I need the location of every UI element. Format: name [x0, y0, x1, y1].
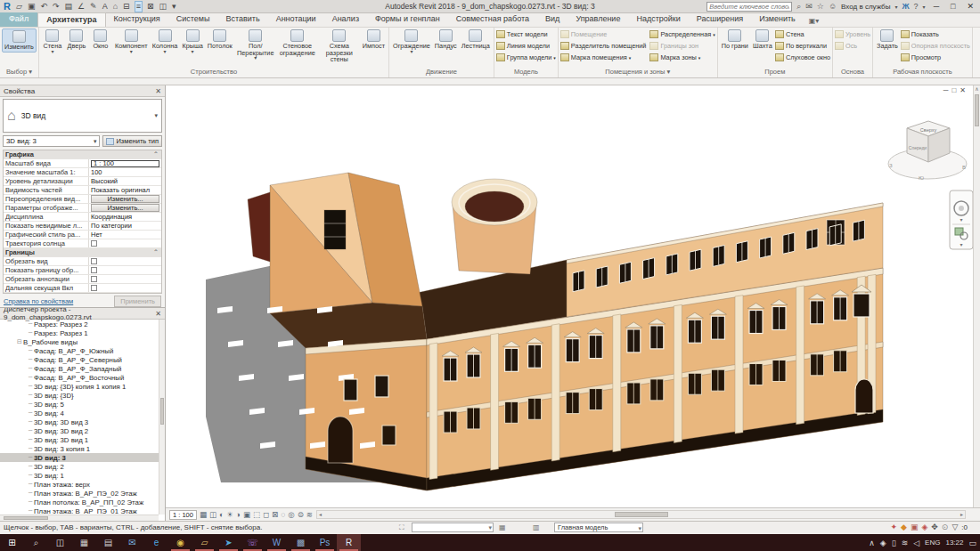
instance-selector[interactable]: 3D вид: 3 ▾ — [3, 135, 100, 147]
edit-button[interactable]: Изменить... — [91, 204, 159, 212]
browser-item-15[interactable]: ┄3D вид: 3 — [0, 453, 159, 462]
revit-taskbar-icon[interactable]: R — [337, 534, 361, 551]
browser-item-12[interactable]: ┄3D вид: 3D вид 2 — [0, 426, 159, 435]
browser-item-0[interactable]: ┄Разрез: Разрез 2 — [0, 320, 159, 328]
browser-item-16[interactable]: ┄3D вид: 2 — [0, 462, 159, 471]
property-row-9[interactable]: Графический стиль ра...Нет — [4, 231, 161, 239]
ribbon-tool-4-c1-2[interactable]: Марка зоны▾ — [649, 52, 715, 63]
ribbon-tool-5-s-2[interactable]: Слуховое окно — [775, 52, 830, 63]
viber-icon[interactable]: ☏ — [241, 534, 265, 551]
crop-view-icon[interactable]: ⬚ — [253, 510, 260, 520]
browser-item-3[interactable]: ┄Фасад: В_АР_Ф_Южный — [0, 346, 159, 355]
ribbon-tool-5-s-1[interactable]: По вертикали — [775, 40, 830, 52]
visual-style-icon[interactable]: ◐ — [219, 510, 224, 520]
viewport-vertical-scrollbar[interactable]: ∧ — [973, 85, 980, 507]
browser-item-5[interactable]: ┄Фасад: В_АР_Ф_Западный — [0, 364, 159, 373]
property-value[interactable]: 100 — [89, 168, 161, 176]
ribbon-tool-4-c0-1[interactable]: Разделитель помещений — [560, 40, 647, 52]
browser-item-9[interactable]: ┄3D вид: 5 — [0, 400, 159, 409]
default-3d-view-icon[interactable]: ⌂ — [112, 2, 118, 12]
property-row-7[interactable]: ДисциплинаКоординация — [4, 213, 161, 222]
word-icon[interactable]: W — [265, 534, 289, 551]
browser-item-13[interactable]: ┄3D вид: 3D вид 1 — [0, 435, 159, 444]
property-value[interactable]: Показать оригинал — [89, 186, 161, 194]
view-restore-icon[interactable]: □ — [951, 86, 956, 94]
project-browser-close-icon[interactable]: ✕ — [155, 310, 161, 318]
ribbon-tool-1-7[interactable]: Пол/Перекрытие▾ — [235, 28, 276, 61]
close-hidden-icon[interactable]: ⊠ — [146, 2, 155, 12]
property-row-8[interactable]: Показать невидимые л...По категории — [4, 222, 161, 231]
search-button[interactable]: ⌕ — [24, 534, 48, 551]
type-selector[interactable]: ⌂ 3D вид ▾ — [3, 99, 162, 133]
property-row-6[interactable]: Параметры отображе...Изменить... — [4, 204, 161, 213]
open-icon[interactable]: ▱ — [15, 2, 23, 12]
exchange-apps-icon[interactable]: Ж — [902, 2, 909, 11]
browser-item-20[interactable]: ┄План потолка: В_АР_ПП_02 Этаж — [0, 498, 159, 506]
ribbon-panel-label-7[interactable]: Рабочая плоскость — [873, 67, 972, 77]
shield-icon[interactable]: ◈ — [880, 539, 886, 547]
ribbon-tool-2-0[interactable]: Ограждение▾ — [391, 28, 432, 55]
viewport-horizontal-scrollbar[interactable]: ◂▸ — [316, 510, 966, 519]
ribbon-tab-5[interactable]: Анализ — [324, 12, 367, 27]
minimize-button[interactable]: ─ — [930, 2, 943, 11]
measure-icon[interactable]: ∠ — [77, 2, 86, 12]
ribbon-tool-0-0[interactable]: Изменить — [2, 28, 37, 53]
drawing-area[interactable]: З Ю В Сверху Спереди ▾ ▾ ─ — [166, 85, 980, 521]
property-value[interactable]: Нет — [89, 231, 161, 239]
ribbon-panel-label-2[interactable]: Движение — [389, 67, 494, 77]
telegram-icon[interactable]: ➤ — [216, 534, 241, 551]
property-row-14[interactable]: Обрезать аннотации — [4, 275, 161, 284]
battery-icon[interactable]: ▯ — [892, 539, 896, 547]
view-close-icon[interactable]: ✕ — [960, 86, 966, 94]
browser-item-2[interactable]: ⊟В_Рабочие виды — [0, 337, 159, 346]
thin-lines-icon[interactable]: ≡ — [135, 1, 143, 12]
ribbon-tool-1-4[interactable]: Колонна▾ — [151, 28, 180, 55]
property-value[interactable]: Высокий — [89, 177, 161, 185]
property-value[interactable]: Изменить... — [89, 195, 161, 203]
pinned-icon[interactable]: ◈ — [921, 523, 927, 531]
ribbon-tab-1[interactable]: Конструкция — [106, 12, 168, 27]
notification-center-icon[interactable]: ▭ — [968, 539, 976, 547]
isolate-icon[interactable]: ◌ — [281, 510, 285, 520]
view-cube[interactable]: З Ю В Сверху Спереди — [888, 121, 967, 181]
scale-input[interactable]: 1 : 100 — [91, 160, 159, 167]
ribbon-tab-8[interactable]: Вид — [537, 12, 568, 27]
edge-icon[interactable]: e — [144, 534, 168, 551]
worksets-icon[interactable]: ▦ — [499, 523, 506, 531]
calendar-icon[interactable]: ▤ — [96, 534, 120, 551]
ribbon-tab-12[interactable]: Изменить — [751, 12, 804, 27]
view-minimize-icon[interactable]: ─ — [943, 86, 949, 94]
favorites-icon[interactable]: ☆ — [817, 2, 824, 11]
ribbon-tab-9[interactable]: Управление — [568, 12, 628, 27]
workset-combo[interactable]: ▾ — [412, 523, 494, 532]
links-icon[interactable]: ◆ — [901, 523, 907, 531]
browser-item-7[interactable]: ┄3D вид: {3D} копия 1 копия 1 — [0, 382, 159, 391]
clock[interactable]: 13:22 — [945, 539, 963, 547]
checkbox[interactable] — [91, 240, 97, 247]
ribbon-tool-1-3[interactable]: Компонент▾ — [113, 28, 150, 55]
properties-close-icon[interactable]: ✕ — [155, 87, 161, 95]
property-value[interactable]: Координация — [89, 213, 161, 221]
browser-item-6[interactable]: ┄Фасад: В_АР_Ф_Восточный — [0, 373, 159, 382]
ribbon-panel-label-5[interactable]: Проем — [718, 67, 832, 77]
task-view-button[interactable]: ◫ — [48, 534, 72, 551]
property-row-1[interactable]: Масштаб вида1 : 100 — [4, 159, 161, 168]
shadows-icon[interactable]: ◑ — [236, 510, 241, 520]
browser-item-21[interactable]: ┄План этажа: В_АР_ПЭ_01 Этаж — [0, 506, 159, 515]
ribbon-tool-4-c1-0[interactable]: Распределенная▾ — [649, 28, 715, 40]
browser-vertical-scrollbar[interactable] — [159, 320, 165, 515]
reveal-icon[interactable]: ◎ — [288, 510, 294, 520]
design-options-icon[interactable]: ▥ — [533, 523, 540, 531]
calculator-icon[interactable]: ▦ — [72, 534, 96, 551]
building-3d-view[interactable]: З Ю В Сверху Спереди ▾ ▾ — [166, 85, 973, 507]
crop-region-icon[interactable]: ◻ — [263, 510, 269, 520]
filter-icon[interactable]: ▽ — [951, 523, 958, 531]
crop-icon[interactable]: ▦ — [200, 510, 207, 520]
ribbon-tool-7-s-0[interactable]: Показать — [901, 28, 970, 40]
editable-only-icon[interactable]: ✦ — [890, 523, 897, 531]
browser-item-14[interactable]: ┄3D вид: 3 копия 1 — [0, 444, 159, 453]
ribbon-tool-1-8[interactable]: Стеновое ограждение — [277, 28, 318, 57]
ribbon-tool-2-1[interactable]: Пандус — [433, 28, 459, 51]
mail-icon[interactable]: ✉ — [120, 534, 144, 551]
help-dropdown-icon[interactable]: ▾ — [923, 4, 926, 10]
